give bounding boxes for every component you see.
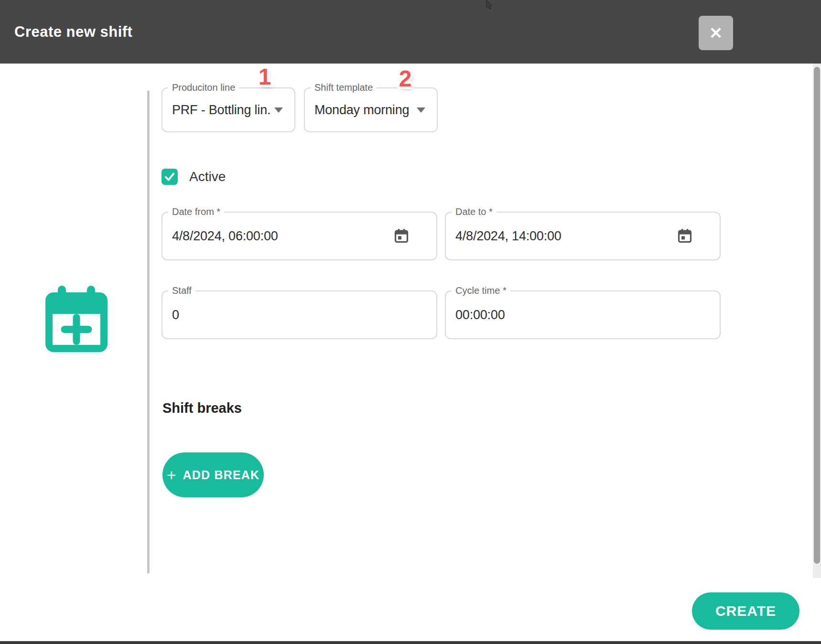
shift-breaks-heading: Shift breaks <box>162 400 242 416</box>
calendar-icon[interactable] <box>393 228 410 244</box>
add-break-label: ADD BREAK <box>183 468 260 482</box>
plus-icon: + <box>167 467 176 483</box>
dialog-header: Create new shift ✕ <box>0 0 821 64</box>
active-checkbox[interactable] <box>162 169 178 185</box>
shift-template-value: Monday morning <box>314 88 413 131</box>
scrollbar-track[interactable] <box>813 64 821 578</box>
shift-template-select[interactable]: Shift template Monday morning <box>304 87 438 132</box>
check-icon <box>163 171 176 183</box>
create-button[interactable]: CREATE <box>692 592 799 630</box>
add-break-button[interactable]: + ADD BREAK <box>162 452 264 497</box>
create-shift-dialog: Create new shift ✕ Produciton line PRF -… <box>0 0 821 644</box>
annotation-marker-1: 1 1 <box>250 63 279 92</box>
close-button[interactable]: ✕ <box>699 16 733 50</box>
chevron-down-icon <box>274 107 283 113</box>
production-line-select[interactable]: Produciton line PRF - Bottling lin... <box>162 87 295 132</box>
date-to-value: 4/8/2024, 14:00:00 <box>455 213 562 259</box>
date-to-field[interactable]: Date to * 4/8/2024, 14:00:00 <box>445 212 721 260</box>
staff-field[interactable]: Staff 0 <box>162 290 437 339</box>
scrollbar-thumb[interactable] <box>814 67 820 564</box>
active-checkbox-row: Active <box>162 168 226 186</box>
calendar-icon[interactable] <box>677 228 693 244</box>
annotation-marker-2: 2 2 <box>391 65 420 94</box>
date-from-value: 4/8/2024, 06:00:00 <box>172 213 278 259</box>
form-divider <box>147 91 150 573</box>
cycle-time-field[interactable]: Cycle time * 00:00:00 <box>445 290 721 339</box>
cycle-time-value: 00:00:00 <box>455 291 505 338</box>
active-label: Active <box>189 169 226 184</box>
date-from-field[interactable]: Date from * 4/8/2024, 06:00:00 <box>162 212 437 260</box>
dialog-title: Create new shift <box>14 0 132 64</box>
production-line-value: PRF - Bottling lin... <box>172 88 270 131</box>
mouse-cursor-icon <box>485 0 495 11</box>
chevron-down-icon <box>417 107 425 113</box>
calendar-plus-icon <box>45 286 108 355</box>
staff-value: 0 <box>172 291 179 338</box>
